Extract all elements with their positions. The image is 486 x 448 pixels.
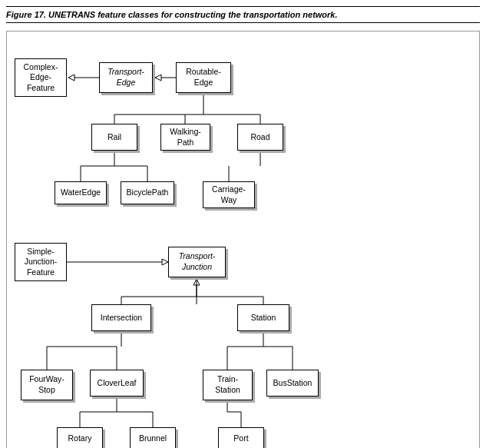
svg-marker-18	[193, 279, 200, 285]
transport-junction: Transport-Junction	[168, 247, 226, 277]
walking-path: Walking-Path	[160, 124, 210, 151]
cloverleaf: CloverLeaf	[90, 370, 144, 397]
diagram: Complex-Edge-FeatureTransport-EdgeRoutab…	[6, 31, 480, 448]
svg-marker-16	[162, 259, 168, 265]
brunnel: Brunnel	[130, 427, 176, 448]
fourway-stop: FourWay-Stop	[21, 370, 73, 400]
transport-edge: Transport-Edge	[99, 62, 153, 93]
rotary: Rotary	[57, 427, 103, 448]
routable-edge: Routable-Edge	[176, 62, 231, 93]
road: Road	[237, 124, 283, 151]
water-edge: WaterEdge	[55, 181, 107, 204]
intersection: Intersection	[91, 304, 151, 331]
simple-junction-feature: Simple-Junction-Feature	[15, 243, 67, 281]
svg-marker-1	[68, 75, 74, 81]
page-title: Figure 17. UNETRANS feature classes for …	[6, 6, 480, 23]
svg-marker-3	[155, 75, 161, 81]
bus-station: BusStation	[266, 370, 319, 397]
carriage-way: Carriage-Way	[203, 181, 255, 208]
train-station: Train-Station	[203, 370, 253, 400]
complex-edge-feature: Complex-Edge-Feature	[15, 58, 67, 97]
bicycle-path: BicyclePath	[121, 181, 174, 204]
station: Station	[237, 304, 289, 331]
port: Port	[218, 427, 264, 448]
rail: Rail	[91, 124, 137, 151]
